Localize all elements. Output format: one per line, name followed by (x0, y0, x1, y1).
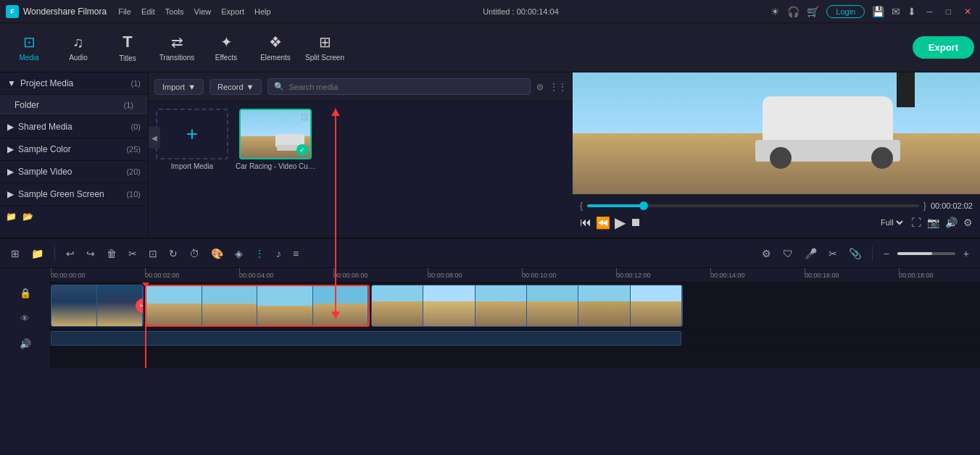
audio-clip-1[interactable] (51, 331, 681, 346)
collapse-panel-button[interactable]: ◀ (149, 127, 160, 149)
ruler-mark-1: 00:00:02:00 (145, 268, 180, 282)
menu-file[interactable]: File (118, 7, 131, 16)
crop-button[interactable]: ⊡ (145, 246, 161, 262)
fullscreen-icon[interactable]: ⛶ (911, 217, 921, 228)
toolbar-elements[interactable]: ❖ Elements (252, 26, 299, 70)
color-expand-icon: ▶ (7, 144, 14, 154)
ruler-mark-0: 00:00:00:00 (51, 268, 86, 282)
ruler-mark-5: 00:00:10:00 (522, 268, 557, 282)
import-button[interactable]: Import ▼ (154, 79, 204, 95)
stop-button[interactable]: ⏹ (630, 216, 641, 229)
progress-bar[interactable] (587, 204, 919, 207)
mail-icon[interactable]: ✉ (892, 6, 900, 17)
rotate-button[interactable]: ↻ (165, 246, 181, 262)
delete-button[interactable]: 🗑 (103, 246, 120, 262)
zoom-in-icon[interactable]: + (960, 246, 973, 262)
screenshot-icon[interactable]: 📷 (927, 217, 939, 228)
speed-button[interactable]: ⏱ (186, 246, 203, 262)
sidebar-item-sample-green-screen[interactable]: ▶ Sample Green Screen (10) (0, 183, 148, 206)
expand-arrow-icon: ▼ (7, 78, 16, 88)
timeline-trim-icon[interactable]: ✂ (825, 246, 841, 262)
import-label: Import (162, 83, 185, 91)
undo-button[interactable]: ↩ (62, 246, 78, 262)
clip-thumb-seg-1 (51, 285, 97, 326)
download-icon[interactable]: ⬇ (908, 6, 916, 17)
start-bracket[interactable]: { (580, 201, 583, 211)
zoom-out-icon[interactable]: − (880, 246, 893, 262)
toolbar-audio[interactable]: ♫ Audio (55, 26, 101, 70)
grid-view-icon[interactable]: ⋮⋮ (549, 82, 567, 92)
ruler-mark-6: 00:00:12:00 (616, 268, 651, 282)
play-back-button[interactable]: ⏪ (596, 216, 610, 230)
prev-frame-button[interactable]: ⏮ (580, 216, 591, 229)
lock-icon[interactable]: 🔒 (20, 288, 31, 299)
shield-icon[interactable]: 🛡 (779, 246, 797, 262)
toolbar-media[interactable]: ⊡ Media (6, 26, 52, 70)
audio-track-row (51, 330, 980, 348)
play-button[interactable]: ▶ (615, 214, 626, 231)
toolbar-separator-1 (54, 246, 55, 261)
sidebar-item-project-media[interactable]: ▼ Project Media (1) (0, 72, 148, 95)
color-button[interactable]: 🎨 (207, 246, 227, 262)
transition-button[interactable]: ◈ (231, 246, 246, 262)
export-button[interactable]: Export (913, 36, 974, 59)
timeline-clip-icon[interactable]: 📎 (845, 246, 865, 262)
sun-icon[interactable]: ☀ (771, 6, 780, 17)
menu-help[interactable]: Help (254, 7, 271, 16)
timecode: 00:00:02:02 (931, 201, 973, 210)
eye-icon[interactable]: 👁 (20, 313, 30, 324)
toolbar-splitscreen[interactable]: ⊞ Split Screen (302, 26, 348, 70)
more-button[interactable]: ≡ (289, 246, 302, 262)
menu-export[interactable]: Export (221, 7, 244, 16)
sidebar-item-sample-color[interactable]: ▶ Sample Color (25) (0, 138, 148, 161)
plus-icon: + (186, 122, 198, 146)
cut-button[interactable]: ✂ (125, 246, 141, 262)
timeline-mic-icon[interactable]: 🎤 (801, 246, 821, 262)
menu-tools[interactable]: Tools (165, 7, 184, 16)
volume-icon[interactable]: 🔊 (945, 217, 958, 228)
folder-button[interactable]: 📁 (28, 246, 47, 262)
minimize-button[interactable]: ─ (923, 7, 936, 17)
progress-handle[interactable] (639, 201, 648, 210)
clip-3-thumb-3 (476, 285, 527, 326)
save-icon[interactable]: 💾 (872, 6, 884, 17)
audio-button[interactable]: ♪ (273, 246, 285, 262)
sidebar-item-sample-video[interactable]: ▶ Sample Video (20) (0, 161, 148, 183)
maximize-button[interactable]: □ (943, 7, 954, 17)
login-button[interactable]: Login (826, 5, 865, 18)
quality-select[interactable]: Full (878, 217, 905, 228)
search-input[interactable] (288, 83, 524, 91)
clip-1-thumbs (51, 285, 143, 326)
toolbar-transitions[interactable]: ⇄ Transitions (154, 26, 200, 70)
toolbar-titles[interactable]: T Titles (104, 26, 151, 70)
timeline-settings-icon[interactable]: ⚙ (758, 246, 775, 262)
menu-view[interactable]: View (194, 7, 212, 16)
toolbar-effects[interactable]: ✦ Effects (203, 26, 249, 70)
redo-button[interactable]: ↪ (83, 246, 99, 262)
clip-3-thumb-2 (423, 285, 475, 326)
zoom-slider[interactable] (897, 252, 955, 255)
split-button[interactable]: ⋮ (251, 246, 268, 262)
filter-icon[interactable]: ⊜ (536, 82, 544, 92)
headset-icon[interactable]: 🎧 (787, 6, 800, 17)
end-bracket[interactable]: } (923, 201, 926, 211)
sidebar-item-shared-media[interactable]: ▶ Shared Media (0) (0, 116, 148, 138)
add-folder-icon[interactable]: 📁 (6, 212, 17, 222)
cart-icon[interactable]: 🛒 (807, 6, 819, 17)
car-racing-thumb[interactable]: ✓ ⊡ (239, 109, 312, 159)
remove-folder-icon[interactable]: 📂 (22, 212, 33, 222)
add-track-button[interactable]: ⊞ (7, 246, 23, 262)
import-media-thumb[interactable]: + (156, 109, 228, 159)
video-clip-2[interactable]: Car Racing - Video Cutter Demo (145, 285, 370, 327)
list-item[interactable]: ✓ ⊡ Car Racing - Video Cutt... (236, 109, 315, 230)
list-item[interactable]: + Import Media (156, 109, 228, 230)
record-button[interactable]: Record ▼ (209, 79, 262, 95)
menu-edit[interactable]: Edit (141, 7, 155, 16)
video-clip-3[interactable]: Car Racing - Video Cutter Demo (371, 285, 683, 327)
audio-icon: ♫ (73, 34, 84, 51)
settings-icon[interactable]: ⚙ (963, 217, 973, 228)
track-volume-icon[interactable]: 🔊 (20, 338, 31, 349)
close-button[interactable]: ✕ (961, 7, 974, 17)
sidebar-item-folder[interactable]: Folder (1) (0, 95, 148, 116)
video-clip-1[interactable]: Car Racing - Video C... ✂ (51, 285, 144, 327)
